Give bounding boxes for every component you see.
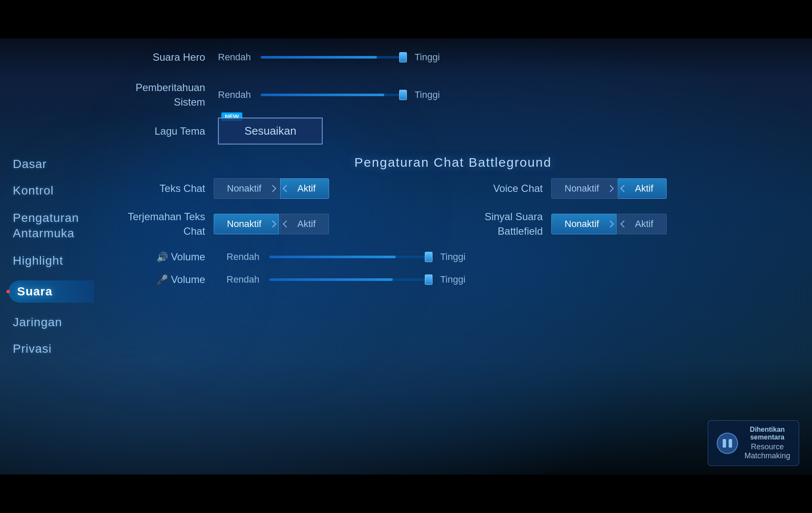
- suara-hero-slider-row: Rendah Tinggi: [218, 52, 786, 63]
- resource-matchmaking-text: Dihentikansementara ResourceMatchmaking: [744, 426, 790, 460]
- suara-hero-label: Suara Hero: [120, 51, 205, 63]
- top-black-bar: [0, 0, 812, 38]
- volume-mic-slider: Rendah Tinggi: [227, 274, 786, 285]
- volume-speaker-high: Tinggi: [440, 251, 474, 262]
- voice-chat-nonaktif-btn[interactable]: Nonaktif: [551, 178, 617, 199]
- teks-voice-chat-row: Teks Chat Nonaktif Aktif Voice Chat: [120, 178, 786, 199]
- sidebar-item-dasar[interactable]: Dasar: [13, 157, 94, 171]
- pemberitahuan-thumb[interactable]: [399, 90, 407, 100]
- sinyal-toggle: Nonaktif Aktif: [551, 214, 667, 234]
- sidebar-item-privasi[interactable]: Privasi: [13, 342, 94, 356]
- sidebar-item-highlight[interactable]: Highlight: [13, 254, 94, 268]
- suara-hero-thumb[interactable]: [399, 52, 407, 62]
- sinyal-aktif-btn[interactable]: Aktif: [618, 214, 667, 234]
- volume-speaker-track[interactable]: [269, 256, 432, 258]
- pemberitahuan-high: Tinggi: [415, 89, 449, 100]
- sidebar-item-suara[interactable]: Suara: [9, 280, 94, 303]
- main-content: Suara Hero Rendah Tinggi PemberitahuanSi…: [94, 38, 812, 475]
- teks-chat-nonaktif-btn[interactable]: Nonaktif: [214, 178, 279, 199]
- chat-settings-grid: Teks Chat Nonaktif Aktif Voice Chat: [120, 178, 786, 238]
- teks-chat-aktif-btn[interactable]: Aktif: [280, 178, 329, 199]
- volume-speaker-slider: Rendah Tinggi: [227, 251, 786, 262]
- suara-hero-track[interactable]: [261, 56, 406, 59]
- voice-chat-aktif-btn[interactable]: Aktif: [618, 178, 667, 199]
- mic-icon: 🎤: [156, 274, 168, 285]
- sidebar-item-kontrol[interactable]: Kontrol: [13, 184, 94, 198]
- suara-hero-high: Tinggi: [415, 52, 449, 63]
- voice-chat-toggle: Nonaktif Aktif: [551, 178, 667, 199]
- battleground-section-divider: Pengaturan Chat Battleground: [120, 155, 786, 170]
- sinyal-nonaktif-btn[interactable]: Nonaktif: [551, 214, 617, 234]
- volume-speaker-thumb[interactable]: [425, 252, 432, 262]
- volume-mic-label: 🎤 Volume: [120, 274, 205, 286]
- pemberitahuan-label: PemberitahuanSistem: [120, 80, 205, 109]
- sinyal-label: Sinyal SuaraBattlefield: [457, 209, 543, 238]
- pemberitahuan-track[interactable]: [261, 94, 406, 96]
- volume-speaker-low: Rendah: [227, 251, 261, 262]
- sesuaikan-button[interactable]: Sesuaikan: [218, 118, 323, 144]
- volume-mic-high: Tinggi: [440, 274, 474, 285]
- volume-speaker-row: 🔊 Volume Rendah Tinggi: [120, 251, 786, 263]
- terjemahan-sinyal-row: Terjemahan TeksChat Nonaktif Aktif Sin: [120, 209, 786, 238]
- rm-label: ResourceMatchmaking: [744, 442, 790, 460]
- voice-chat-col: Voice Chat Nonaktif Aktif: [457, 178, 786, 199]
- volume-mic-row: 🎤 Volume Rendah Tinggi: [120, 274, 786, 286]
- sidebar-item-pengaturan-antarmuka[interactable]: PengaturanAntarmuka: [13, 210, 94, 242]
- teks-chat-toggle: Nonaktif Aktif: [214, 178, 329, 199]
- teks-chat-label: Teks Chat: [120, 183, 205, 195]
- sidebar: Dasar Kontrol PengaturanAntarmuka Highli…: [0, 38, 94, 475]
- pemberitahuan-slider-row: Rendah Tinggi: [218, 89, 786, 100]
- volume-mic-track[interactable]: [269, 278, 432, 281]
- suara-hero-row: Suara Hero Rendah Tinggi: [120, 47, 786, 63]
- battleground-section-title: Pengaturan Chat Battleground: [137, 155, 769, 170]
- volume-mic-low: Rendah: [227, 274, 261, 285]
- pause-icon: [717, 433, 738, 454]
- volume-speaker-label: 🔊 Volume: [120, 251, 205, 263]
- volume-mic-thumb[interactable]: [425, 274, 432, 285]
- terjemahan-nonaktif-btn[interactable]: Nonaktif: [214, 214, 279, 234]
- sinyal-col: Sinyal SuaraBattlefield Nonaktif Aktif: [457, 209, 786, 238]
- suara-hero-low: Rendah: [218, 52, 252, 63]
- terjemahan-label: Terjemahan TeksChat: [120, 209, 205, 238]
- pemberitahuan-row: PemberitahuanSistem Rendah Tinggi: [120, 76, 786, 109]
- pemberitahuan-low: Rendah: [218, 89, 252, 100]
- terjemahan-aktif-btn[interactable]: Aktif: [280, 214, 329, 234]
- lagu-tema-label: Lagu Tema: [120, 125, 205, 137]
- terjemahan-toggle: Nonaktif Aktif: [214, 214, 329, 234]
- rm-status: Dihentikansementara: [744, 426, 790, 441]
- lagu-tema-row: Lagu Tema NEW Sesuaikan: [120, 118, 786, 144]
- voice-chat-label: Voice Chat: [457, 183, 543, 195]
- resource-matchmaking-widget[interactable]: Dihentikansementara ResourceMatchmaking: [708, 420, 799, 466]
- bottom-black-bar: [0, 475, 812, 513]
- teks-chat-col: Teks Chat Nonaktif Aktif: [120, 178, 449, 199]
- speaker-icon: 🔊: [156, 252, 168, 262]
- sidebar-item-jaringan[interactable]: Jaringan: [13, 315, 94, 329]
- terjemahan-col: Terjemahan TeksChat Nonaktif Aktif: [120, 209, 449, 238]
